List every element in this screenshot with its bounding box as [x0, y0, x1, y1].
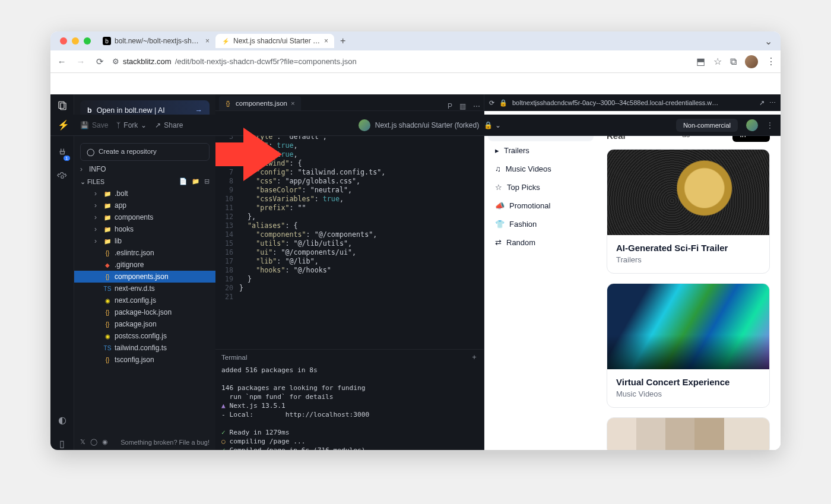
folder-app[interactable]: ›📁app [74, 199, 215, 211]
back-button[interactable]: ← [55, 56, 68, 66]
reload-button[interactable]: ⟳ [93, 56, 106, 67]
preview-reload-icon[interactable]: ⟳ [489, 99, 494, 107]
pv-nav-music-videos[interactable]: ♫Music Videos [488, 160, 594, 178]
profile-avatar[interactable] [745, 55, 758, 68]
discord-icon[interactable]: ◉ [102, 438, 108, 446]
file-bug-link[interactable]: Something broken? File a bug! [120, 439, 210, 446]
new-file-icon[interactable]: 📄 [179, 177, 187, 185]
folder-icon: 📁 [103, 213, 112, 221]
close-editor-tab-icon[interactable]: × [291, 100, 295, 107]
new-folder-icon[interactable]: 📁 [192, 177, 199, 185]
favicon-icon: b [103, 37, 111, 45]
terminal-title[interactable]: Terminal [221, 354, 247, 361]
install-app-icon[interactable]: ⬒ [696, 56, 705, 67]
extensions-icon[interactable]: ⧉ [730, 56, 737, 67]
close-window-icon[interactable] [60, 37, 67, 45]
license-badge: Non-commercial [676, 119, 738, 132]
file-next-config-js[interactable]: ◉next.config.js [74, 294, 215, 306]
browser-tab-bolt[interactable]: b bolt.new/~/bolt-nextjs-shadc × [97, 34, 215, 48]
card-thumbnail [607, 418, 769, 450]
file--eslintrc-json[interactable]: {}.eslintrc.json [74, 247, 215, 259]
code-editor[interactable]: 123456789101112131415161718192021 { "$sc… [215, 111, 484, 349]
terminal-output[interactable]: added 516 packages in 8s 146 packages ar… [215, 364, 484, 450]
folder-label: hooks [115, 225, 134, 233]
nav-item-label: Promotional [509, 201, 550, 210]
editor-tabbar: {} components.json × P ▥ ⋯ [215, 94, 484, 111]
create-repo-button[interactable]: ◯ Create a repository [80, 143, 210, 161]
twitter-icon[interactable]: 𝕏 [80, 438, 85, 446]
folder-components[interactable]: ›📁components [74, 211, 215, 223]
collapse-all-icon[interactable]: ⊟ [204, 177, 210, 185]
pv-nav-promotional[interactable]: 📣Promotional [488, 196, 594, 215]
pv-nav-random[interactable]: ⇄Random [488, 233, 594, 252]
editor-tab-components-json[interactable]: {} components.json × [219, 96, 301, 110]
owner-avatar[interactable] [359, 119, 370, 131]
editor-more-icon[interactable]: ⋯ [470, 102, 484, 110]
window-controls[interactable] [60, 37, 91, 45]
close-tab-icon[interactable]: × [324, 37, 328, 45]
user-avatar[interactable] [746, 119, 758, 131]
explorer-activity-icon[interactable] [56, 99, 69, 112]
file-tailwind-config-ts[interactable]: TStailwind.config.ts [74, 342, 215, 354]
file--gitignore[interactable]: ◆.gitignore [74, 259, 215, 271]
pv-nav-fashion[interactable]: 👕Fashion [488, 215, 594, 233]
file-package-lock-json[interactable]: {}package-lock.json [74, 306, 215, 318]
nav-item-label: Fashion [509, 220, 537, 229]
new-tab-button[interactable]: + [337, 36, 349, 46]
site-settings-icon[interactable]: ⚙ [112, 57, 119, 66]
file-package-json[interactable]: {}package.json [74, 318, 215, 330]
video-card[interactable]: AI-Generated Sci-Fi TrailerTrailers [607, 149, 770, 274]
split-editor-icon[interactable]: ▥ [456, 102, 470, 110]
file-label: package-lock.json [115, 308, 172, 316]
nav-item-icon: ☆ [495, 183, 502, 192]
preview-more-icon[interactable]: ⋯ [769, 99, 776, 107]
prettier-icon[interactable]: P [444, 102, 456, 110]
forward-button[interactable]: → [74, 56, 87, 66]
project-name[interactable]: Next.js shadcn/ui Starter (forked) [375, 121, 479, 129]
folder-hooks[interactable]: ›📁hooks [74, 223, 215, 235]
card-title: Virtual Concert Experience [616, 377, 760, 387]
video-card[interactable] [607, 417, 770, 450]
new-terminal-icon[interactable]: ＋ [471, 353, 478, 362]
pv-nav-top-picks[interactable]: ☆Top Picks [488, 178, 594, 196]
theme-toggle-icon[interactable]: ◐ [56, 413, 69, 426]
maximize-window-icon[interactable] [84, 37, 91, 45]
layout-toggle-icon[interactable]: ▯ [56, 437, 69, 450]
svg-point-4 [61, 176, 64, 179]
tabs-overflow-icon[interactable]: ⌄ [760, 36, 777, 47]
browser-tab-stackblitz[interactable]: ⚡ Next.js shadcn/ui Starter (for × [215, 34, 334, 48]
open-external-icon[interactable]: ↗ [759, 99, 765, 107]
github-icon[interactable]: ◯ [90, 438, 97, 446]
folder-lib[interactable]: ›📁lib [74, 235, 215, 247]
files-section-header[interactable]: ⌄ FILES 📄 📁 ⊟ [74, 175, 215, 188]
json-file-icon: {} [103, 320, 112, 328]
pv-nav-trailers[interactable]: ▸Trailers [488, 141, 594, 160]
preview-url[interactable]: boltnextjsshadcndcwf5r-0acy--3000--34c58… [512, 99, 754, 106]
share-button[interactable]: ↗ Share [155, 121, 183, 129]
ide-menu-icon[interactable]: ⋮ [766, 121, 773, 129]
file-next-env-d-ts[interactable]: TSnext-env.d.ts [74, 283, 215, 294]
visibility-lock-icon[interactable]: 🔒 ⌄ [484, 121, 500, 129]
file-tsconfig-json[interactable]: {}tsconfig.json [74, 354, 215, 366]
settings-activity-icon[interactable] [56, 170, 69, 183]
folder-.bolt[interactable]: ›📁.bolt [74, 188, 215, 199]
browser-menu-icon[interactable]: ⋮ [766, 56, 776, 67]
ports-activity-icon[interactable]: 1 [56, 147, 69, 160]
nav-item-icon: ▸ [495, 146, 499, 155]
video-card[interactable]: Virtual Concert ExperienceMusic Videos [607, 283, 770, 408]
favicon-icon: ⚡ [221, 37, 230, 45]
file-components-json[interactable]: {}components.json [74, 271, 215, 283]
nav-item-label: Trailers [504, 146, 529, 155]
fork-button[interactable]: ᛉ Fork ⌄ [116, 121, 147, 129]
address-bar[interactable]: ⚙ stackblitz.com/edit/bolt-nextjs-shadcn… [112, 57, 690, 66]
json-file-icon: {} [103, 308, 112, 316]
file-label: .eslintrc.json [115, 249, 154, 257]
bookmark-icon[interactable]: ☆ [713, 56, 722, 67]
save-button[interactable]: 💾 Save [80, 121, 108, 129]
close-tab-icon[interactable]: × [205, 37, 210, 45]
file-postcss-config-js[interactable]: ◉postcss.config.js [74, 330, 215, 342]
info-section-toggle[interactable]: ›INFO [74, 163, 215, 175]
stackblitz-logo-icon[interactable]: ⚡ [58, 119, 69, 131]
folder-label: .bolt [115, 189, 128, 198]
minimize-window-icon[interactable] [72, 37, 79, 45]
